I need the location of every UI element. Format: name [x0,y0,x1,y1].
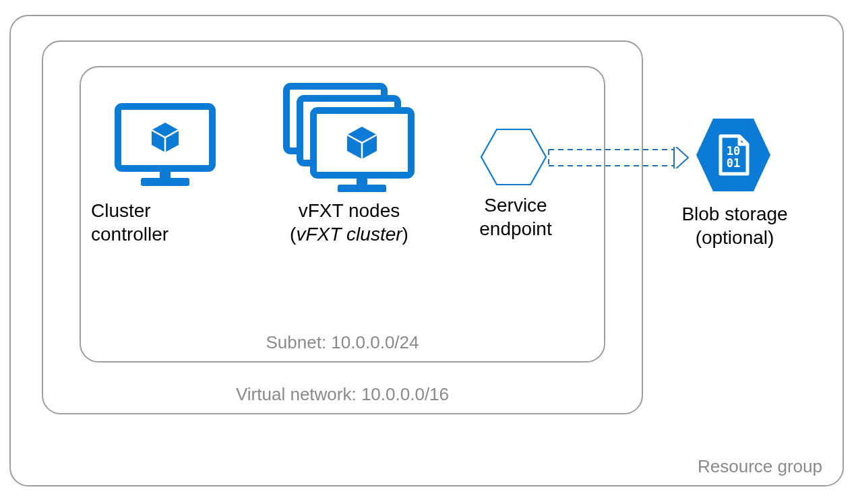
vfxt-label: vFXT nodes (vFXT cluster) [275,199,423,246]
blob-storage-label: Blob storage (optional) [677,202,792,249]
vm-cluster-icon [280,81,418,192]
svg-rect-1 [160,171,171,178]
vfxt-label-l2-suffix: ) [402,224,408,245]
svg-rect-9 [338,185,386,192]
cluster-controller-label-l1: Cluster [91,200,151,221]
service-endpoint-label-l1: Service [484,195,547,216]
cluster-controller-label-l2: controller [91,224,169,245]
svg-text:01: 01 [727,156,740,170]
svg-rect-8 [357,178,367,185]
connection-arrow [547,147,689,168]
svg-rect-2 [141,178,189,186]
vfxt-label-l2-italic: vFXT cluster [296,224,402,245]
svg-marker-12 [481,129,546,185]
service-endpoint-label-l2: endpoint [479,218,551,239]
dashed-arrow-icon [547,147,689,168]
service-endpoint [480,128,547,186]
vnet-label: Virtual network: 10.0.0.0/16 [236,384,449,405]
vfxt-label-l1: vFXT nodes [299,200,400,221]
svg-text:10: 10 [727,144,740,158]
subnet-label: Subnet: 10.0.0.0/24 [266,332,419,353]
service-endpoint-label: Service endpoint [472,193,559,241]
svg-marker-16 [674,147,688,168]
resource-group-label: Resource group [698,456,822,477]
cluster-controller [111,101,219,189]
blob-storage: 10 01 [693,115,774,195]
vm-monitor-icon [111,101,219,189]
cluster-controller-label: Cluster controller [91,199,239,246]
blob-storage-icon: 10 01 [693,115,774,195]
hexagon-icon [480,128,547,186]
blob-storage-label-l2: (optional) [696,227,774,248]
vfxt-nodes [280,81,418,192]
blob-storage-label-l1: Blob storage [681,203,787,224]
diagram-canvas: Resource group Virtual network: 10.0.0.0… [0,0,854,504]
